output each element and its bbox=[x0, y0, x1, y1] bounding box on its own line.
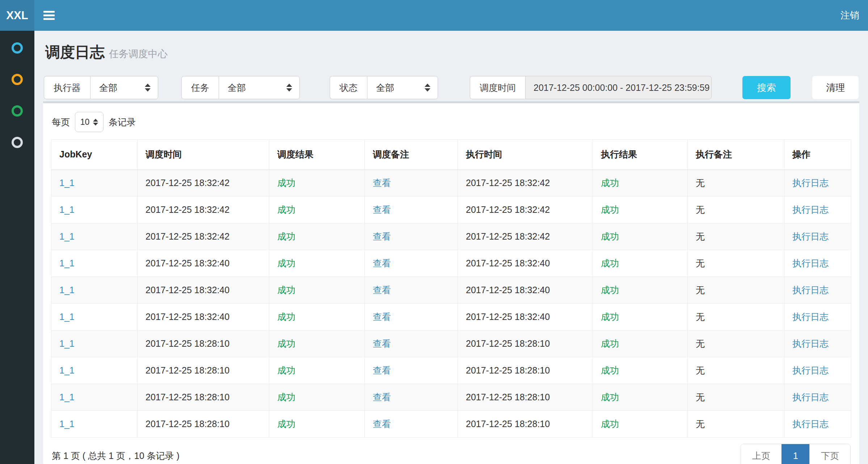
jobkey-link[interactable]: 1_1 bbox=[59, 231, 75, 241]
trigger-msg-link[interactable]: 查看 bbox=[373, 419, 391, 429]
trigger-msg-link[interactable]: 查看 bbox=[373, 338, 391, 349]
column-header: 调度备注 bbox=[365, 140, 458, 170]
handle-msg-cell: 无 bbox=[688, 411, 784, 438]
handle-msg-cell: 无 bbox=[688, 223, 784, 250]
trigger-msg-link-cell: 查看 bbox=[365, 223, 458, 250]
table-row: 1_12017-12-25 18:32:40成功查看2017-12-25 18:… bbox=[51, 250, 851, 277]
trigger-msg-link[interactable]: 查看 bbox=[373, 231, 391, 241]
jobkey-link[interactable]: 1_1 bbox=[59, 365, 75, 375]
search-button[interactable]: 搜索 bbox=[742, 76, 791, 99]
trigger-msg-link[interactable]: 查看 bbox=[373, 204, 391, 215]
trigger-result-cell: 成功 bbox=[269, 223, 365, 250]
exec-log-link-cell: 执行日志 bbox=[784, 304, 851, 330]
filter-bar: 执行器 全部 任务 全部 状态 全部 调度时间 2017-12-25 00:00… bbox=[43, 76, 859, 99]
page-size-prefix-label: 每页 bbox=[52, 116, 70, 128]
handle-msg-cell: 无 bbox=[688, 277, 784, 304]
exec-log-link[interactable]: 执行日志 bbox=[792, 392, 829, 402]
exec-log-link[interactable]: 执行日志 bbox=[792, 204, 829, 215]
jobkey-link[interactable]: 1_1 bbox=[59, 392, 75, 402]
app-logo[interactable]: XXL bbox=[0, 0, 34, 31]
handle-time-cell: 2017-12-25 18:32:40 bbox=[458, 304, 593, 330]
sidebar-menu-item-4[interactable] bbox=[0, 127, 34, 158]
handle-time-cell: 2017-12-25 18:32:42 bbox=[458, 197, 593, 223]
handle-msg-cell: 无 bbox=[688, 250, 784, 277]
executor-filter-label: 执行器 bbox=[44, 76, 90, 99]
page-subtitle: 任务调度中心 bbox=[109, 48, 168, 59]
handle-result-cell: 成功 bbox=[593, 357, 688, 384]
column-header: 调度结果 bbox=[269, 140, 365, 170]
trigger-msg-link[interactable]: 查看 bbox=[373, 258, 391, 268]
sidebar-toggle-icon[interactable] bbox=[43, 11, 55, 20]
trigger-result-cell: 成功 bbox=[269, 411, 365, 438]
page-header: 调度日志任务调度中心 bbox=[43, 31, 859, 62]
exec-log-link[interactable]: 执行日志 bbox=[792, 338, 829, 349]
exec-log-link[interactable]: 执行日志 bbox=[792, 419, 829, 429]
handle-result-cell: 成功 bbox=[593, 384, 688, 411]
jobkey-link-cell: 1_1 bbox=[51, 170, 138, 197]
exec-log-link[interactable]: 执行日志 bbox=[792, 178, 829, 188]
prev-page-button[interactable]: 上页 bbox=[741, 444, 781, 464]
jobkey-link[interactable]: 1_1 bbox=[59, 285, 75, 295]
trigger-time-cell: 2017-12-25 18:32:42 bbox=[138, 197, 269, 223]
jobkey-link-cell: 1_1 bbox=[51, 277, 138, 304]
exec-log-link[interactable]: 执行日志 bbox=[792, 285, 829, 295]
jobkey-link[interactable]: 1_1 bbox=[59, 419, 75, 429]
jobkey-link-cell: 1_1 bbox=[51, 384, 138, 411]
status-filter-select[interactable]: 全部 bbox=[367, 76, 438, 99]
next-page-button[interactable]: 下页 bbox=[809, 444, 850, 464]
handle-time-cell: 2017-12-25 18:32:42 bbox=[458, 170, 593, 197]
jobkey-link[interactable]: 1_1 bbox=[59, 312, 75, 322]
trigger-result-cell: 成功 bbox=[269, 304, 365, 330]
trigger-msg-link[interactable]: 查看 bbox=[373, 392, 391, 402]
handle-msg-cell: 无 bbox=[688, 357, 784, 384]
jobkey-link[interactable]: 1_1 bbox=[59, 204, 75, 215]
select-arrows-icon bbox=[145, 84, 151, 92]
trigger-msg-link[interactable]: 查看 bbox=[373, 178, 391, 188]
table-row: 1_12017-12-25 18:28:10成功查看2017-12-25 18:… bbox=[51, 330, 851, 357]
job-filter-select[interactable]: 全部 bbox=[219, 76, 300, 99]
page-size-select[interactable]: 10 bbox=[75, 112, 104, 132]
navbar-body: 注销 bbox=[34, 0, 868, 31]
table-row: 1_12017-12-25 18:28:10成功查看2017-12-25 18:… bbox=[51, 357, 851, 384]
trigger-time-cell: 2017-12-25 18:32:40 bbox=[138, 250, 269, 277]
exec-log-link-cell: 执行日志 bbox=[784, 384, 851, 411]
jobkey-link[interactable]: 1_1 bbox=[59, 338, 75, 349]
handle-time-cell: 2017-12-25 18:28:10 bbox=[458, 357, 593, 384]
circle-outline-icon bbox=[12, 105, 23, 117]
status-filter-label: 状态 bbox=[330, 76, 367, 99]
pagination-info: 第 1 页 ( 总共 1 页，10 条记录 ) bbox=[52, 450, 180, 462]
trigger-msg-link[interactable]: 查看 bbox=[373, 312, 391, 322]
executor-filter-value: 全部 bbox=[99, 82, 135, 94]
job-filter-group: 任务 全部 bbox=[181, 76, 300, 99]
jobkey-link[interactable]: 1_1 bbox=[59, 178, 75, 188]
trigger-time-cell: 2017-12-25 18:32:40 bbox=[138, 277, 269, 304]
trigger-result-cell: 成功 bbox=[269, 277, 365, 304]
sidebar-menu-item-3[interactable] bbox=[0, 95, 34, 127]
trigger-time-cell: 2017-12-25 18:28:10 bbox=[138, 411, 269, 438]
table-row: 1_12017-12-25 18:32:42成功查看2017-12-25 18:… bbox=[51, 197, 851, 223]
current-page-button[interactable]: 1 bbox=[781, 444, 809, 464]
time-range-input[interactable]: 2017-12-25 00:00:00 - 2017-12-25 23:59:5… bbox=[525, 76, 712, 99]
trigger-msg-link[interactable]: 查看 bbox=[373, 365, 391, 375]
sidebar-menu-item-2[interactable] bbox=[0, 64, 34, 95]
jobkey-link-cell: 1_1 bbox=[51, 330, 138, 357]
exec-log-link[interactable]: 执行日志 bbox=[792, 258, 829, 268]
exec-log-link[interactable]: 执行日志 bbox=[792, 365, 829, 375]
jobkey-link-cell: 1_1 bbox=[51, 411, 138, 438]
exec-log-link[interactable]: 执行日志 bbox=[792, 312, 829, 322]
column-header: 执行结果 bbox=[593, 140, 688, 170]
jobkey-link[interactable]: 1_1 bbox=[59, 258, 75, 268]
executor-filter-select[interactable]: 全部 bbox=[90, 76, 158, 99]
handle-result-cell: 成功 bbox=[593, 304, 688, 330]
exec-log-link-cell: 执行日志 bbox=[784, 330, 851, 357]
exec-log-link[interactable]: 执行日志 bbox=[792, 231, 829, 241]
handle-msg-cell: 无 bbox=[688, 304, 784, 330]
exec-log-link-cell: 执行日志 bbox=[784, 223, 851, 250]
clean-button[interactable]: 清理 bbox=[812, 76, 859, 99]
trigger-time-cell: 2017-12-25 18:32:42 bbox=[138, 170, 269, 197]
logout-link[interactable]: 注销 bbox=[840, 9, 859, 22]
select-arrows-icon bbox=[425, 84, 430, 92]
trigger-msg-link-cell: 查看 bbox=[365, 277, 458, 304]
sidebar-menu-item-1[interactable] bbox=[0, 32, 34, 64]
trigger-msg-link[interactable]: 查看 bbox=[373, 285, 391, 295]
